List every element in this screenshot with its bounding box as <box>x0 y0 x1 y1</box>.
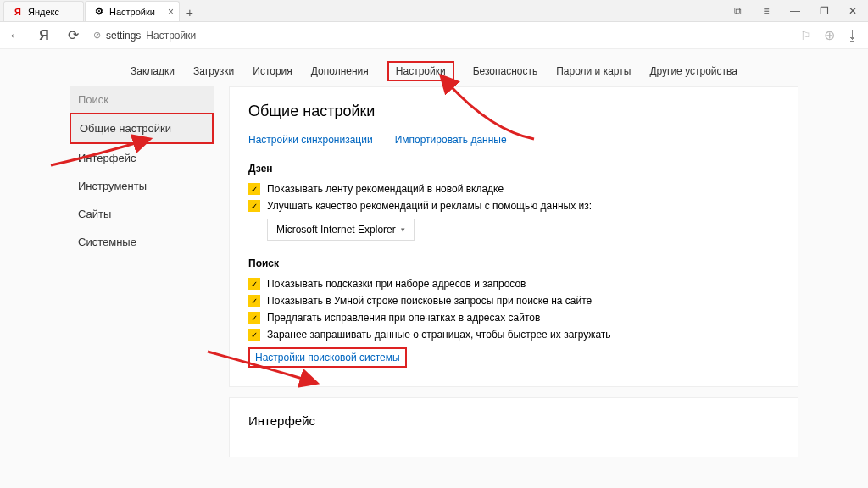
yandex-home-icon[interactable]: Я <box>36 27 53 44</box>
menu-icon[interactable]: ≡ <box>756 1 776 21</box>
tab-yandex[interactable]: Я Яндекс <box>3 1 84 21</box>
checkbox-label: Заранее запрашивать данные о страницах, … <box>267 329 611 341</box>
checkbox-zen-feed[interactable]: ✓ Показывать ленту рекомендаций в новой … <box>248 183 779 195</box>
reload-button[interactable]: ⟳ <box>64 27 81 44</box>
toolbar: ← Я ⟳ ⊘ settings Настройки ⚐ ⊕ ⭳ <box>0 22 868 49</box>
minimize-icon[interactable]: — <box>785 1 805 21</box>
panel-interface: Интерфейс <box>229 397 798 458</box>
select-browser-source[interactable]: Microsoft Internet Explorer ▾ <box>267 219 415 241</box>
site-info-icon: ⊘ <box>93 30 101 41</box>
panel-title: Интерфейс <box>248 413 779 428</box>
back-button[interactable]: ← <box>7 27 24 44</box>
checkbox-label: Предлагать исправления при опечатках в а… <box>267 312 540 324</box>
check-icon: ✓ <box>248 295 260 307</box>
nav-devices[interactable]: Другие устройства <box>649 65 737 77</box>
nav-settings[interactable]: Настройки <box>387 61 454 81</box>
nav-history[interactable]: История <box>253 65 292 77</box>
new-tab-button[interactable]: + <box>181 4 199 21</box>
link-search-engine-settings[interactable]: Настройки поисковой системы <box>248 347 407 368</box>
download-icon[interactable]: ⭳ <box>844 27 861 44</box>
nav-passwords[interactable]: Пароли и карты <box>556 65 631 77</box>
globe-icon[interactable]: ⊕ <box>821 27 837 44</box>
tab-strip: Я Яндекс ⚙ Настройки × + <box>0 0 199 21</box>
sidebar-item-system[interactable]: Системные <box>70 228 214 256</box>
select-value: Microsoft Internet Explorer <box>276 224 396 236</box>
close-window-icon[interactable]: ✕ <box>843 1 863 21</box>
checkbox-typo-correction[interactable]: ✓ Предлагать исправления при опечатках в… <box>248 312 779 324</box>
tab-label: Настройки <box>109 7 155 17</box>
gear-icon: ⚙ <box>94 7 104 17</box>
panel-general: Общие настройки Настройки синхронизации … <box>229 86 798 387</box>
sidebar-item-sites[interactable]: Сайты <box>70 200 214 228</box>
check-icon: ✓ <box>248 183 260 195</box>
check-icon: ✓ <box>248 200 260 212</box>
section-zen-title: Дзен <box>248 163 779 175</box>
close-icon[interactable]: × <box>168 6 174 18</box>
check-icon: ✓ <box>248 278 260 290</box>
sidebar-item-interface[interactable]: Интерфейс <box>70 144 214 172</box>
address-host: settings <box>106 30 141 42</box>
sidebar: Поиск Общие настройки Интерфейс Инструме… <box>70 86 214 468</box>
checkbox-label: Показывать в Умной строке поисковые запр… <box>267 295 592 307</box>
panel-title: Общие настройки <box>248 103 779 120</box>
settings-topnav: Закладки Загрузки История Дополнения Нас… <box>0 56 868 86</box>
checkbox-zen-quality[interactable]: ✓ Улучшать качество рекомендаций и рекла… <box>248 200 779 212</box>
chevron-down-icon: ▾ <box>401 225 405 234</box>
check-icon: ✓ <box>248 329 260 341</box>
section-search-title: Поиск <box>248 258 779 269</box>
maximize-icon[interactable]: ❐ <box>814 1 834 21</box>
sidebar-item-tools[interactable]: Инструменты <box>70 172 214 200</box>
tab-label: Яндекс <box>28 7 59 17</box>
address-path: Настройки <box>146 30 196 42</box>
tab-settings[interactable]: ⚙ Настройки × <box>85 1 180 21</box>
address-bar[interactable]: ⊘ settings Настройки <box>93 30 785 42</box>
nav-security[interactable]: Безопасность <box>473 65 538 77</box>
checkbox-label: Показывать ленту рекомендаций в новой вк… <box>267 183 504 195</box>
checkbox-prefetch[interactable]: ✓ Заранее запрашивать данные о страницах… <box>248 329 779 341</box>
bookmark-icon[interactable]: ⚐ <box>797 27 814 44</box>
link-import-data[interactable]: Импортировать данные <box>395 134 507 146</box>
collapse-icon[interactable]: ⧉ <box>727 1 748 21</box>
checkbox-smartbar-queries[interactable]: ✓ Показывать в Умной строке поисковые за… <box>248 295 779 307</box>
checkbox-label: Улучшать качество рекомендаций и рекламы… <box>267 200 592 212</box>
checkbox-search-suggest[interactable]: ✓ Показывать подсказки при наборе адресо… <box>248 278 779 290</box>
sidebar-search[interactable]: Поиск <box>70 86 214 113</box>
link-sync-settings[interactable]: Настройки синхронизации <box>248 134 373 146</box>
checkbox-label: Показывать подсказки при наборе адресов … <box>267 278 526 290</box>
window-controls: ⧉ ≡ — ❐ ✕ <box>727 1 868 21</box>
nav-addons[interactable]: Дополнения <box>311 65 369 77</box>
sidebar-item-general[interactable]: Общие настройки <box>70 113 214 144</box>
check-icon: ✓ <box>248 312 260 324</box>
nav-downloads[interactable]: Загрузки <box>193 65 234 77</box>
yandex-favicon: Я <box>13 7 23 17</box>
nav-bookmarks[interactable]: Закладки <box>131 65 175 77</box>
